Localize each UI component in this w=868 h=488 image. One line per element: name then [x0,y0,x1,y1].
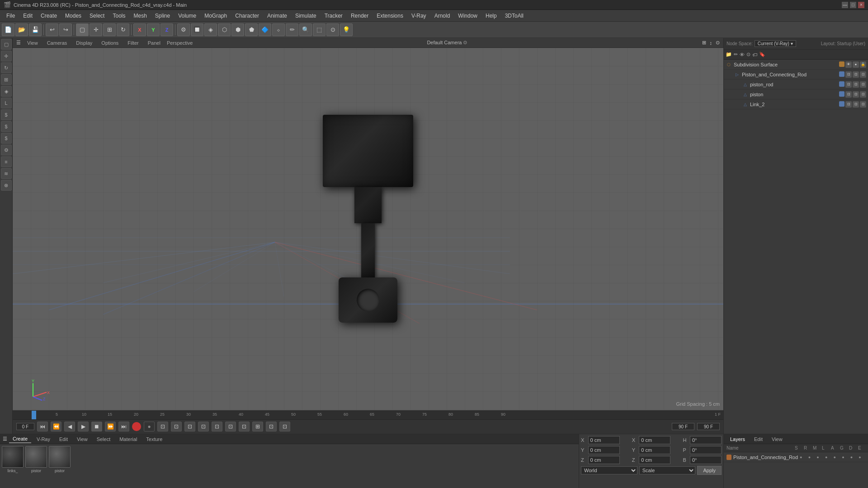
toolbar-btn-12[interactable]: ⬦ [272,23,285,36]
move-button[interactable]: ✛ [90,23,102,36]
tool-5[interactable]: ◈ [1,86,12,97]
toolbar-btn-10[interactable]: ⬟ [245,23,258,36]
y-size-input[interactable] [639,446,670,454]
menu-create[interactable]: Create [37,12,61,20]
toolbar-btn-6[interactable]: 🔲 [191,23,203,36]
tool-9[interactable]: $ [1,133,12,144]
piston-vis-btn[interactable]: ⊡ [845,91,852,98]
tool-12[interactable]: ≋ [1,168,12,179]
mat-tab-vray[interactable]: V-Ray [33,436,54,443]
scene-object-piston-rod-group[interactable]: ▷ Piston_and_Connecting_Rod ⊡ ⊡ ⊡ [724,70,868,80]
rot-button[interactable]: ⊡ [198,422,209,432]
toolbar-btn-15[interactable]: ⬚ [313,23,326,36]
material-item-pistor2[interactable]: pistor [49,446,71,473]
toolbar-btn-13[interactable]: ✏ [286,23,298,36]
menu-arnold[interactable]: Arnold [431,12,454,20]
y-pos-input[interactable] [588,446,620,454]
h-rot-input[interactable] [690,436,722,444]
x-size-input[interactable] [639,436,670,444]
group-color-btn[interactable] [839,71,844,77]
menu-file[interactable]: File [3,12,19,20]
viewport-menu-icon[interactable]: ☰ [16,40,21,46]
subdiv-render-btn[interactable]: ● [853,61,859,68]
scene-icon-edit[interactable]: ✏ [734,52,738,57]
scene-object-subdivision-surface[interactable]: ⬡ Subdivision Surface 👁 ● 🔒 [724,60,868,70]
group-lock-btn[interactable]: ⊡ [860,71,866,78]
menu-select[interactable]: Select [86,12,108,20]
redo-button[interactable]: ↪ [59,23,72,36]
tool-6[interactable]: L [1,98,12,108]
material-item-pistor1[interactable]: pistor [25,446,47,473]
p-rot-input[interactable] [690,446,722,454]
extra-btn1[interactable]: ⊞ [252,422,263,432]
autokey-button[interactable]: ● [144,422,155,432]
stop-button[interactable]: ⏹ [91,422,102,432]
key-button[interactable]: ⊡ [157,422,168,432]
extra-btn2[interactable]: ⊡ [266,422,277,432]
piston-render-btn[interactable]: ⊡ [853,91,859,98]
b-rot-input[interactable] [690,456,722,464]
viewport-tab-panel[interactable]: Panel [145,39,163,47]
mat-tab-view[interactable]: View [73,436,91,443]
link2-vis-btn[interactable]: ⊡ [845,101,852,108]
maximize-button[interactable]: □ [850,2,856,8]
tool-11[interactable]: ≡ [1,156,12,167]
link2-render-btn[interactable]: ⊡ [853,101,859,108]
goto-end-button[interactable]: ⏭ [118,422,129,432]
toolbar-btn-16[interactable]: ⊙ [326,23,339,36]
viewport-tab-options[interactable]: Options [99,39,121,47]
layer-row-piston[interactable]: Piston_and_Connecting_Rod ● ● ● ● ● ● ● … [724,452,868,462]
group-render-btn[interactable]: ⊡ [853,71,859,78]
timeline-ruler[interactable]: 0 5 10 15 20 25 30 35 40 45 50 55 60 65 … [13,411,723,420]
toolbar-btn-11[interactable]: 🔷 [259,23,271,36]
group-vis-btn[interactable]: ⊡ [845,71,852,78]
coord-system-dropdown[interactable]: World Object Local [581,466,637,474]
motion-button[interactable]: ⊡ [171,422,182,432]
y-axis-button[interactable]: Y [147,23,160,36]
menu-render[interactable]: Render [347,12,372,20]
end-frame-input[interactable] [672,423,694,430]
viewport-tab-display[interactable]: Display [73,39,95,47]
scene-icon-tags[interactable]: 🏷 [752,52,757,57]
tool-move[interactable]: ✛ [1,51,12,61]
z-size-input[interactable] [639,456,670,464]
tool-scale[interactable]: ⊞ [1,74,12,85]
piston-color-btn[interactable] [839,91,844,97]
scale-button[interactable]: ⊞ [103,23,116,36]
toolbar-btn-14[interactable]: 🔍 [299,23,312,36]
extra-btn3[interactable]: ⊡ [279,422,290,432]
toolbar-btn-9[interactable]: ⬢ [231,23,244,36]
tool-select[interactable]: ▢ [1,39,12,50]
menu-window[interactable]: Window [454,12,481,20]
toolbar-btn-8[interactable]: ⬡ [218,23,231,36]
open-button[interactable]: 📂 [15,23,28,36]
menu-modes[interactable]: Modes [61,12,85,20]
close-button[interactable]: × [858,2,864,8]
new-button[interactable]: 📄 [2,23,14,36]
viewport-tab-cameras[interactable]: Cameras [44,39,70,47]
tool-8[interactable]: $ [1,121,12,132]
scene-icon-bookmark[interactable]: 🔖 [759,52,765,57]
viewport-icon-3[interactable]: ⊙ [716,40,720,46]
z-axis-button[interactable]: Z [160,23,173,36]
node-space-dropdown[interactable]: Current (V-Ray) ▾ [755,40,796,47]
link2-lock-btn[interactable]: ⊡ [860,101,866,108]
piston-rod-color-btn[interactable] [839,81,844,87]
menu-edit[interactable]: Edit [19,12,36,20]
viewport-icon-2[interactable]: ↕ [710,40,712,46]
minimize-button[interactable]: — [842,2,848,8]
current-frame-input[interactable] [16,423,34,430]
menu-character[interactable]: Character [231,12,263,20]
mat-tab-texture[interactable]: Texture [142,436,166,443]
menu-extensions[interactable]: Extensions [373,12,407,20]
timeline-playhead[interactable] [32,411,36,420]
piston-rod-render-btn[interactable]: ⊡ [853,81,859,88]
menu-animate[interactable]: Animate [264,12,291,20]
prev-frame-button[interactable]: ⏪ [51,422,61,432]
scene-icon-view[interactable]: 👁 [740,52,745,57]
viewport[interactable]: X Y Z Grid Spacing : 5 cm [13,48,723,410]
menu-mograph[interactable]: MoGraph [201,12,231,20]
goto-start-button[interactable]: ⏮ [37,422,48,432]
viewport-tab-view[interactable]: View [24,39,41,47]
next-frame-button[interactable]: ⏩ [105,422,116,432]
